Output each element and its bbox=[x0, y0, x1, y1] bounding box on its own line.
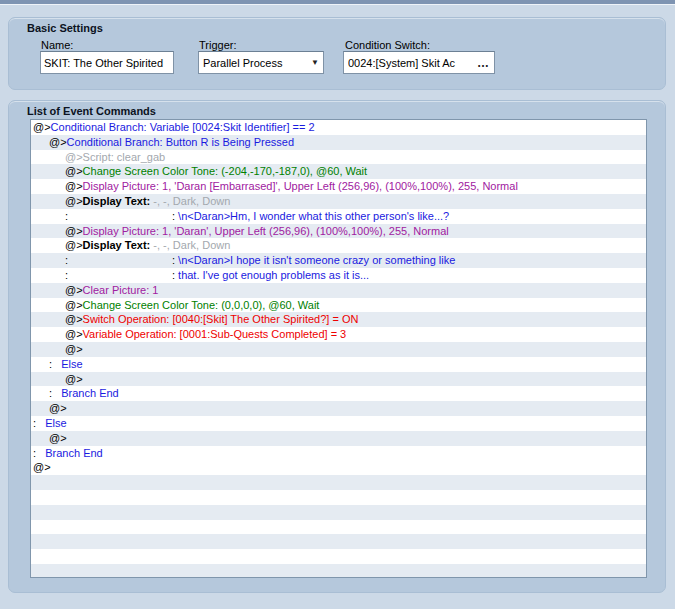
event-command-row[interactable]: @>Script: clear_gab bbox=[31, 150, 646, 165]
event-command-row[interactable] bbox=[31, 564, 646, 578]
event-command-text: : bbox=[49, 358, 61, 370]
event-command-text: @> bbox=[65, 165, 83, 177]
event-command-row[interactable]: : : \n<Daran>I hope it isn't someone cra… bbox=[31, 253, 646, 268]
event-command-text: Else bbox=[61, 358, 82, 370]
event-command-row[interactable]: @> bbox=[31, 342, 646, 357]
event-command-text: : bbox=[33, 447, 45, 459]
browse-button[interactable]: … bbox=[477, 56, 490, 70]
event-command-text: @> bbox=[33, 461, 51, 473]
event-command-row[interactable]: @> bbox=[31, 401, 646, 416]
event-command-row[interactable]: @>Change Screen Color Tone: (0,0,0,0), @… bbox=[31, 298, 646, 313]
event-command-row[interactable] bbox=[31, 505, 646, 520]
event-command-row[interactable]: : Else bbox=[31, 357, 646, 372]
event-command-row[interactable]: : Else bbox=[31, 416, 646, 431]
event-command-row[interactable]: @>Display Picture: 1, 'Daran', Upper Lef… bbox=[31, 224, 646, 239]
basic-settings-group: Basic Settings Name: Trigger: Parallel P… bbox=[8, 17, 666, 90]
event-command-text: : : bbox=[65, 254, 178, 266]
event-command-row[interactable]: : : \n<Daran>Hm, I wonder what this othe… bbox=[31, 209, 646, 224]
event-command-text: Display Text: bbox=[83, 195, 151, 207]
event-command-text: @> bbox=[65, 328, 83, 340]
event-command-text: @> bbox=[65, 373, 83, 385]
event-commands-title: List of Event Commands bbox=[27, 105, 156, 117]
event-command-row[interactable] bbox=[31, 475, 646, 490]
event-command-text: Variable Operation: [0001:Sub-Quests Com… bbox=[83, 328, 347, 340]
event-command-row[interactable]: : Branch End bbox=[31, 386, 646, 401]
event-command-text: @> bbox=[65, 313, 83, 325]
event-command-text: Branch End bbox=[45, 447, 102, 459]
event-command-list[interactable]: @>Conditional Branch: Variable [0024:Ski… bbox=[30, 119, 647, 578]
event-command-row[interactable]: @>Variable Operation: [0001:Sub-Quests C… bbox=[31, 327, 646, 342]
event-command-text: @> bbox=[49, 432, 67, 444]
event-command-row[interactable]: : : that. I've got enough problems as it… bbox=[31, 268, 646, 283]
trigger-select[interactable]: Parallel Process ▼ bbox=[198, 51, 324, 74]
event-command-row[interactable]: @>Clear Picture: 1 bbox=[31, 283, 646, 298]
condition-switch-field[interactable]: 0024:[System] Skit Ac … bbox=[343, 51, 495, 74]
event-command-text: Branch End bbox=[61, 387, 118, 399]
chevron-down-icon: ▼ bbox=[311, 58, 319, 67]
event-command-text: @>Script: clear_gab bbox=[65, 151, 165, 163]
event-command-row[interactable]: @>Display Text: -, -, Dark, Down bbox=[31, 194, 646, 209]
event-command-row[interactable]: @>Switch Operation: [0040:[Skit] The Oth… bbox=[31, 312, 646, 327]
window-top-bar bbox=[0, 0, 675, 5]
event-command-text: @> bbox=[65, 239, 83, 251]
event-command-text: @> bbox=[65, 195, 83, 207]
event-command-text: Else bbox=[45, 417, 66, 429]
event-command-text: Change Screen Color Tone: (0,0,0,0), @60… bbox=[83, 299, 320, 311]
basic-settings-title: Basic Settings bbox=[27, 22, 103, 34]
event-command-row[interactable] bbox=[31, 490, 646, 505]
condition-switch-label: Condition Switch: bbox=[345, 39, 430, 51]
event-command-row[interactable] bbox=[31, 549, 646, 564]
event-command-text: @> bbox=[49, 136, 67, 148]
event-command-text: @> bbox=[65, 343, 83, 355]
trigger-label: Trigger: bbox=[199, 39, 237, 51]
condition-switch-value: 0024:[System] Skit Ac bbox=[348, 57, 471, 69]
event-command-text: Conditional Branch: Button R is Being Pr… bbox=[67, 136, 294, 148]
name-input[interactable] bbox=[40, 51, 174, 74]
event-command-row[interactable]: @>Display Picture: 1, 'Daran [Embarrased… bbox=[31, 179, 646, 194]
event-command-row[interactable]: @> bbox=[31, 460, 646, 475]
event-command-text: -, -, Dark, Down bbox=[153, 195, 230, 207]
event-command-row[interactable]: @>Conditional Branch: Button R is Being … bbox=[31, 135, 646, 150]
event-command-text: \n<Daran>I hope it isn't someone crazy o… bbox=[178, 254, 455, 266]
event-command-text: @> bbox=[65, 225, 83, 237]
event-command-text: Switch Operation: [0040:[Skit] The Other… bbox=[83, 313, 359, 325]
event-command-row[interactable]: @>Change Screen Color Tone: (-204,-170,-… bbox=[31, 164, 646, 179]
event-command-text: @> bbox=[33, 121, 51, 133]
event-command-text: \n<Daran>Hm, I wonder what this other pe… bbox=[178, 210, 449, 222]
event-command-text: @> bbox=[65, 299, 83, 311]
event-command-text: that. I've got enough problems as it is.… bbox=[178, 269, 369, 281]
event-commands-group: List of Event Commands @>Conditional Bra… bbox=[8, 100, 666, 593]
event-command-row[interactable]: @> bbox=[31, 372, 646, 387]
event-command-text: @> bbox=[49, 402, 67, 414]
event-command-text: Display Picture: 1, 'Daran [Embarrased]'… bbox=[83, 180, 518, 192]
event-command-text: @> bbox=[65, 284, 83, 296]
event-editor-page: Basic Settings Name: Trigger: Parallel P… bbox=[0, 0, 675, 609]
event-command-text: -, -, Dark, Down bbox=[153, 239, 230, 251]
trigger-selected-value: Parallel Process bbox=[203, 57, 307, 69]
event-command-row[interactable]: @> bbox=[31, 431, 646, 446]
name-label: Name: bbox=[41, 39, 73, 51]
event-command-text: : : bbox=[65, 210, 178, 222]
event-command-text: Display Picture: 1, 'Daran', Upper Left … bbox=[83, 225, 449, 237]
event-command-row[interactable]: @>Display Text: -, -, Dark, Down bbox=[31, 238, 646, 253]
event-command-text: : bbox=[33, 417, 45, 429]
event-command-row[interactable] bbox=[31, 534, 646, 549]
event-command-text: : : bbox=[65, 269, 178, 281]
event-command-text: @> bbox=[65, 180, 83, 192]
event-command-text: Clear Picture: 1 bbox=[83, 284, 159, 296]
event-command-row[interactable]: @>Conditional Branch: Variable [0024:Ski… bbox=[31, 120, 646, 135]
event-command-row[interactable] bbox=[31, 520, 646, 535]
event-command-row[interactable]: : Branch End bbox=[31, 446, 646, 461]
event-command-text: Change Screen Color Tone: (-204,-170,-18… bbox=[83, 165, 368, 177]
event-command-text: : bbox=[49, 387, 61, 399]
event-command-text: Display Text: bbox=[83, 239, 151, 251]
event-command-text: Conditional Branch: Variable [0024:Skit … bbox=[51, 121, 315, 133]
